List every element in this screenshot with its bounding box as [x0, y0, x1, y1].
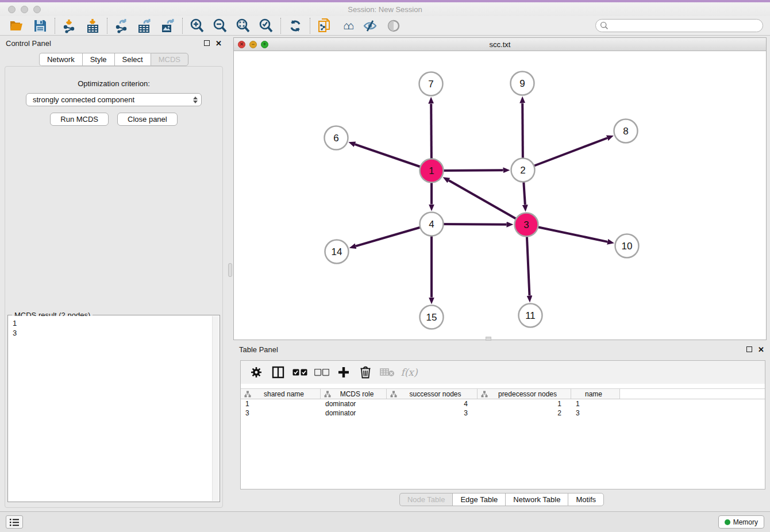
eye-icon — [387, 19, 401, 33]
select-all-columns-button[interactable] — [290, 363, 310, 381]
network-window-resize-grip[interactable] — [486, 337, 491, 341]
graph-node-3[interactable]: 3 — [515, 213, 538, 237]
graph-node-6[interactable]: 6 — [325, 126, 348, 150]
float-panel-icon[interactable] — [746, 346, 752, 352]
cell-predecessor-nodes[interactable]: 1 — [478, 400, 571, 408]
float-panel-icon[interactable] — [204, 40, 210, 46]
network-canvas[interactable]: 7968124314101511 — [234, 51, 766, 340]
cell-shared-name[interactable]: 3 — [241, 409, 321, 417]
table-row[interactable]: 3dominator323 — [241, 408, 765, 418]
optimization-criterion-label: Optimization criterion: — [5, 79, 222, 88]
graph-node-11[interactable]: 11 — [519, 304, 542, 327]
show-all-networks-button[interactable]: ⌂⌂ — [336, 17, 359, 34]
cell-name[interactable]: 1 — [571, 400, 620, 408]
graph-node-1[interactable]: 1 — [420, 159, 444, 183]
mcds-result-list[interactable]: 13 — [9, 316, 212, 501]
graph-edge-3-1[interactable] — [449, 180, 526, 225]
export-image-button[interactable] — [156, 17, 179, 34]
column-header-predecessor-nodes[interactable]: predecessor nodes — [478, 389, 571, 399]
show-graphics-details-button[interactable] — [382, 17, 405, 34]
tab-mcds[interactable]: MCDS — [151, 53, 188, 66]
delete-column-button[interactable] — [356, 363, 375, 381]
import-network-icon — [62, 18, 77, 33]
fx-icon: f(x) — [401, 367, 417, 378]
export-network-button[interactable] — [110, 17, 133, 34]
graph-node-8[interactable]: 8 — [614, 119, 638, 143]
tab-network[interactable]: Network — [39, 53, 82, 66]
cell-MCDS-role[interactable]: dominator — [321, 400, 387, 408]
graph-node-14[interactable]: 14 — [325, 240, 349, 264]
optimization-criterion-select[interactable]: strongly connected component — [26, 93, 202, 106]
graph-node-9[interactable]: 9 — [511, 72, 534, 95]
export-table-button[interactable] — [133, 17, 156, 34]
close-panel-icon[interactable]: ✕ — [758, 346, 764, 353]
svg-text:2: 2 — [520, 165, 525, 176]
search-input[interactable] — [609, 20, 763, 32]
graph-node-2[interactable]: 2 — [511, 159, 535, 182]
svg-text:11: 11 — [525, 310, 536, 321]
clone-network-button[interactable] — [313, 17, 336, 34]
table-settings-button[interactable] — [247, 363, 266, 381]
tab-network-table[interactable]: Network Table — [505, 493, 568, 506]
add-column-button[interactable] — [334, 363, 353, 381]
column-header-label: shared name — [251, 390, 320, 398]
column-header-shared-name[interactable]: shared name — [241, 389, 321, 399]
main-toolbar: ⌂⌂ — [0, 16, 770, 36]
graph-node-10[interactable]: 10 — [615, 234, 639, 258]
hide-selected-button[interactable] — [359, 17, 382, 34]
run-mcds-button[interactable]: Run MCDS — [50, 113, 109, 126]
column-layout-button[interactable] — [268, 363, 288, 381]
graph-edge-2-8[interactable] — [523, 138, 607, 170]
tab-node-table[interactable]: Node Table — [399, 493, 453, 506]
graph-node-15[interactable]: 15 — [420, 306, 444, 329]
table-row[interactable]: 1dominator411 — [241, 399, 765, 408]
cell-predecessor-nodes[interactable]: 2 — [478, 409, 571, 417]
toolbar-search[interactable] — [595, 19, 763, 32]
column-header-label: successor nodes — [397, 390, 477, 398]
column-header-MCDS-role[interactable]: MCDS role — [321, 389, 387, 399]
task-history-button[interactable] — [6, 515, 23, 529]
column-header-successor-nodes[interactable]: successor nodes — [387, 389, 478, 399]
memory-button[interactable]: Memory — [718, 515, 764, 529]
open-folder-icon — [10, 20, 25, 32]
close-panel-icon[interactable]: ✕ — [215, 40, 222, 47]
cell-MCDS-role[interactable]: dominator — [321, 409, 387, 417]
houses-icon: ⌂⌂ — [344, 20, 352, 31]
cell-shared-name[interactable]: 1 — [241, 400, 321, 408]
mcds-result-group: MCDS result (2 nodes) 13 — [7, 315, 220, 502]
save-session-button[interactable] — [29, 17, 52, 34]
open-file-button[interactable] — [6, 17, 29, 34]
zoom-out-button[interactable] — [209, 17, 232, 34]
cell-successor-nodes[interactable]: 4 — [387, 400, 478, 408]
zoom-selected-button[interactable] — [255, 17, 278, 34]
refresh-button[interactable] — [284, 17, 307, 34]
result-item[interactable]: 3 — [13, 328, 212, 338]
tab-edge-table[interactable]: Edge Table — [452, 493, 505, 506]
cell-successor-nodes[interactable]: 3 — [387, 409, 478, 417]
table-toolbar: f(x) — [241, 361, 765, 384]
network-graph[interactable]: 7968124314101511 — [234, 51, 766, 340]
graph-node-4[interactable]: 4 — [420, 213, 444, 236]
control-panel: Control Panel ✕ NetworkStyleSelectMCDS O… — [0, 36, 228, 511]
result-item[interactable]: 1 — [13, 318, 212, 328]
table-panel-title: Table Panel — [239, 345, 278, 354]
import-network-button[interactable] — [58, 17, 81, 34]
tab-select[interactable]: Select — [114, 53, 151, 66]
zoom-in-button[interactable] — [186, 17, 209, 34]
cell-name[interactable]: 3 — [571, 409, 620, 417]
tab-motifs[interactable]: Motifs — [568, 493, 604, 506]
close-panel-button[interactable]: Close panel — [117, 113, 178, 126]
panel-splitter-grip[interactable] — [228, 263, 232, 277]
network-window-titlebar[interactable]: ✕ − + scc.txt — [234, 38, 766, 51]
graph-node-7[interactable]: 7 — [419, 72, 443, 96]
deselect-all-columns-button[interactable] — [312, 363, 332, 381]
zoom-fit-button[interactable] — [232, 17, 255, 34]
node-table[interactable]: shared nameMCDS rolesuccessor nodesprede… — [241, 388, 765, 418]
tab-style[interactable]: Style — [82, 53, 114, 66]
gear-icon — [250, 366, 263, 379]
column-header-name[interactable]: name — [571, 389, 620, 399]
result-scrollbar[interactable] — [212, 316, 219, 501]
table-panel-header: Table Panel ✕ — [233, 342, 770, 357]
selected-option-label: strongly connected component — [33, 95, 134, 104]
import-table-button[interactable] — [81, 17, 104, 34]
